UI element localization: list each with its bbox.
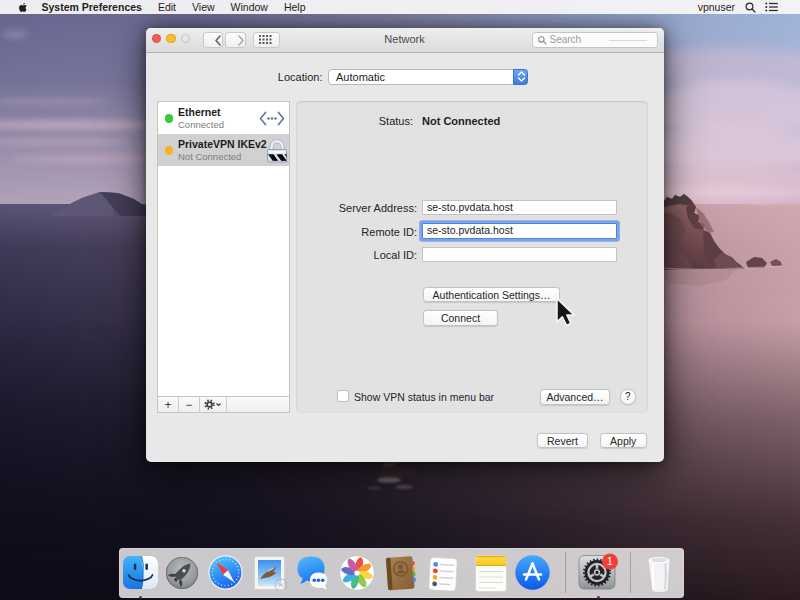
svg-text:1: 1	[607, 555, 613, 567]
